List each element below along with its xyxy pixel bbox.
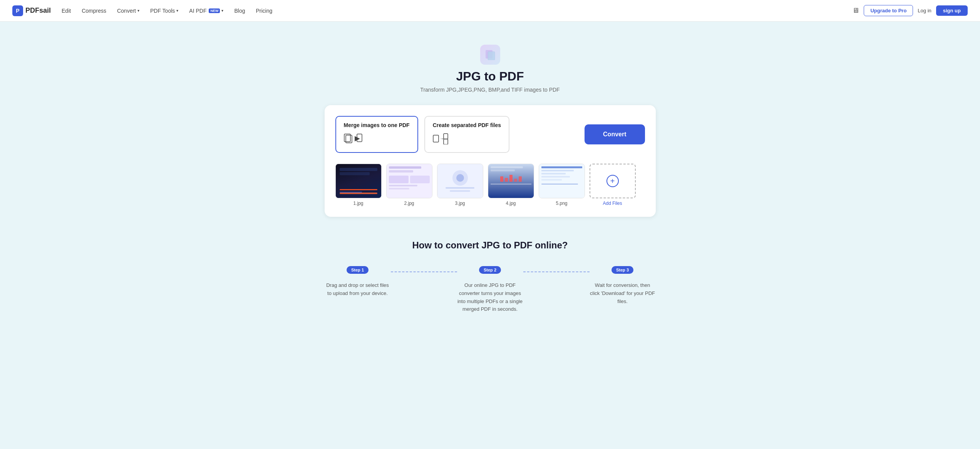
file-name-2: 2.jpg — [404, 201, 414, 206]
signup-button[interactable]: sign up — [936, 5, 968, 16]
separate-icon: → — [433, 132, 501, 147]
file-thumb-4 — [488, 164, 534, 198]
nav-right: 🖥 Upgrade to Pro Log in sign up — [852, 5, 968, 16]
nav-edit[interactable]: Edit — [62, 8, 71, 14]
add-files-item: + Add Files — [590, 164, 636, 206]
file-thumb-5 — [539, 164, 585, 198]
step-3-text: Wait for conversion, then click 'Downloa… — [590, 281, 656, 305]
nav-edit-label: Edit — [62, 8, 71, 14]
nav-pricing[interactable]: Pricing — [256, 8, 272, 14]
svg-rect-1 — [488, 52, 495, 60]
step-connector-1 — [391, 271, 457, 272]
nav-convert[interactable]: Convert ▾ — [117, 8, 139, 14]
steps-container: Step 1 Drag and drop or select files to … — [325, 266, 656, 313]
step-1-text: Drag and drop or select files to upload … — [325, 281, 391, 298]
step-2-badge: Step 2 — [479, 266, 501, 274]
navbar: P PDFsail Edit Compress Convert ▾ PDF To… — [0, 0, 980, 22]
file-name-5: 5.png — [556, 201, 567, 206]
nav-compress[interactable]: Compress — [82, 8, 106, 14]
how-to-title: How to convert JPG to PDF online? — [325, 240, 656, 251]
nav-pdf-tools-label: PDF Tools — [150, 8, 175, 14]
step-3-badge: Step 3 — [611, 266, 633, 274]
file-thumb-2 — [386, 164, 432, 198]
converter-card: Merge images to one PDF ▶ Create separat… — [325, 105, 656, 217]
page-subtitle: Transform JPG,JPEG,PNG, BMP,and TIFF ima… — [325, 87, 656, 93]
file-item-5: 5.png — [539, 164, 585, 206]
file-item-2: 2.jpg — [386, 164, 432, 206]
add-files-label: Add Files — [603, 201, 622, 206]
nav-compress-label: Compress — [82, 8, 106, 14]
file-grid: 1.jpg 2.jpg — [335, 164, 645, 206]
file-name-3: 3.jpg — [455, 201, 465, 206]
main-content: JPG to PDF Transform JPG,JPEG,PNG, BMP,a… — [317, 22, 663, 329]
file-thumb-3 — [437, 164, 483, 198]
merge-icon: ▶ — [344, 132, 410, 147]
step-1: Step 1 Drag and drop or select files to … — [325, 266, 391, 298]
monitor-icon[interactable]: 🖥 — [852, 7, 859, 15]
page-title-icon — [480, 45, 500, 65]
step-2: Step 2 Our online JPG to PDF converter t… — [457, 266, 523, 313]
upgrade-button[interactable]: Upgrade to Pro — [864, 5, 913, 16]
nav-left: P PDFsail Edit Compress Convert ▾ PDF To… — [12, 5, 272, 16]
how-to-section: How to convert JPG to PDF online? Step 1… — [325, 240, 656, 313]
mode-selector: Merge images to one PDF ▶ Create separat… — [335, 116, 645, 153]
logo[interactable]: P PDFsail — [12, 5, 51, 16]
nav-blog-label: Blog — [234, 8, 245, 14]
nav-pricing-label: Pricing — [256, 8, 272, 14]
add-files-button[interactable]: + — [590, 164, 636, 198]
pdf-tools-chevron-icon: ▾ — [176, 8, 178, 13]
file-name-4: 4.jpg — [506, 201, 516, 206]
page-header: JPG to PDF Transform JPG,JPEG,PNG, BMP,a… — [325, 45, 656, 93]
login-button[interactable]: Log in — [918, 8, 931, 13]
ai-pdf-chevron-icon: ▾ — [221, 8, 223, 13]
page-title: JPG to PDF — [325, 69, 656, 84]
step-connector-2 — [523, 271, 590, 272]
mode-separate[interactable]: Create separated PDF files → — [424, 116, 509, 153]
file-item-3: 3.jpg — [437, 164, 483, 206]
step-2-text: Our online JPG to PDF converter turns yo… — [457, 281, 523, 313]
svg-rect-6 — [433, 135, 439, 142]
nav-pdf-tools[interactable]: PDF Tools ▾ — [150, 8, 178, 14]
svg-text:▶: ▶ — [355, 134, 360, 142]
mode-separate-label: Create separated PDF files — [433, 122, 501, 128]
add-files-plus-icon: + — [606, 175, 619, 187]
logo-icon: P — [12, 5, 23, 16]
ai-pdf-badge: NEW — [209, 8, 220, 13]
file-name-1: 1.jpg — [353, 201, 363, 206]
convert-chevron-icon: ▾ — [137, 8, 139, 13]
nav-convert-label: Convert — [117, 8, 136, 14]
nav-blog[interactable]: Blog — [234, 8, 245, 14]
file-thumb-1 — [335, 164, 382, 198]
step-1-badge: Step 1 — [347, 266, 369, 274]
mode-merge[interactable]: Merge images to one PDF ▶ — [335, 116, 418, 153]
step-3: Step 3 Wait for conversion, then click '… — [590, 266, 656, 305]
nav-ai-pdf-label: AI PDF — [189, 8, 206, 14]
file-item-1: 1.jpg — [335, 164, 382, 206]
nav-ai-pdf[interactable]: AI PDF NEW ▾ — [189, 8, 223, 14]
convert-button[interactable]: Convert — [585, 124, 645, 144]
file-item-4: 4.jpg — [488, 164, 534, 206]
logo-text: PDFsail — [25, 7, 51, 15]
mode-merge-label: Merge images to one PDF — [344, 122, 410, 128]
